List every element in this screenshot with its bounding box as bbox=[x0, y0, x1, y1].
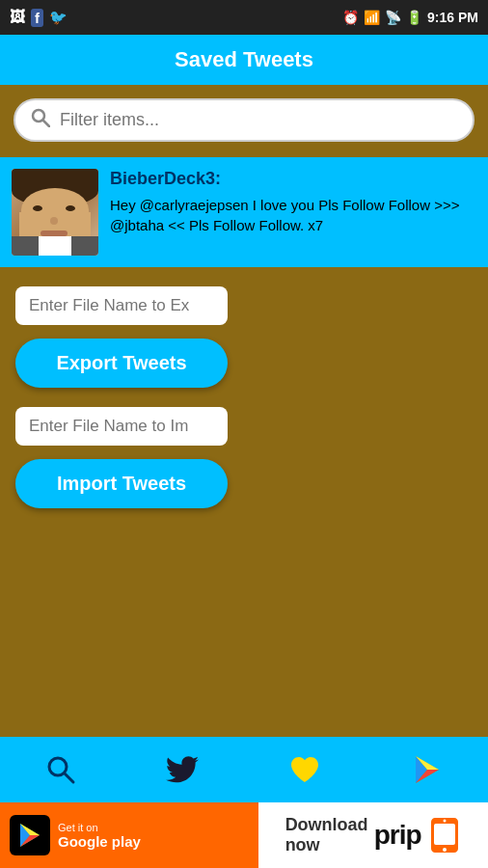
ad-now-label: now bbox=[285, 835, 320, 855]
svg-point-13 bbox=[443, 848, 447, 852]
export-filename-input[interactable] bbox=[15, 286, 228, 325]
svg-line-1 bbox=[43, 121, 49, 126]
battery-icon: 🔋 bbox=[406, 10, 422, 25]
search-section bbox=[0, 85, 488, 142]
main-content-area: BieberDeck3: Hey @carlyraejepsen I love … bbox=[0, 85, 488, 737]
tweet-card: BieberDeck3: Hey @carlyraejepsen I love … bbox=[0, 157, 488, 267]
tweet-text: Hey @carlyraejepsen I love you Pls Follo… bbox=[110, 195, 476, 235]
import-tweets-button[interactable]: Import Tweets bbox=[15, 459, 228, 508]
status-time: 9:16 PM bbox=[427, 10, 478, 25]
status-bar: 🖼 f 🐦 ⏰ 📶 📡 🔋 9:16 PM bbox=[0, 0, 488, 35]
notification-icon-3: 🐦 bbox=[49, 9, 68, 26]
svg-line-3 bbox=[65, 773, 73, 782]
ad-google-play-text: Get it on Google play bbox=[58, 822, 141, 850]
export-tweets-button[interactable]: Export Tweets bbox=[15, 339, 228, 388]
alarm-icon: ⏰ bbox=[342, 10, 359, 25]
signal-icon: 📡 bbox=[385, 10, 401, 25]
ad-get-it-label: Get it on bbox=[58, 822, 141, 833]
page-title: Saved Tweets bbox=[175, 47, 313, 72]
notification-icon-1: 🖼 bbox=[10, 9, 25, 26]
avatar-image bbox=[12, 169, 98, 256]
wifi-icon: 📶 bbox=[364, 10, 380, 25]
app-header: Saved Tweets bbox=[0, 35, 488, 85]
tweet-username: BieberDeck3: bbox=[110, 169, 476, 189]
ad-right-section: Download now prip bbox=[258, 802, 488, 868]
svg-point-14 bbox=[443, 820, 446, 823]
nav-heart[interactable] bbox=[276, 746, 334, 794]
notification-icon-2: f bbox=[31, 9, 43, 27]
status-bar-left-icons: 🖼 f 🐦 bbox=[10, 9, 68, 27]
nav-twitter[interactable] bbox=[154, 746, 212, 794]
ad-banner[interactable]: Get it on Google play Download now prip bbox=[0, 802, 488, 868]
avatar bbox=[12, 169, 98, 256]
phone-icon bbox=[427, 816, 462, 854]
status-right-icons: ⏰ 📶 📡 🔋 9:16 PM bbox=[342, 10, 478, 25]
import-filename-input[interactable] bbox=[15, 407, 228, 446]
nav-search[interactable] bbox=[32, 746, 90, 794]
search-input[interactable] bbox=[60, 110, 457, 130]
ad-google-play-label: Google play bbox=[58, 833, 141, 850]
nav-play-store[interactable] bbox=[398, 746, 456, 794]
ad-left-section: Get it on Google play bbox=[0, 802, 258, 868]
tweet-body: BieberDeck3: Hey @carlyraejepsen I love … bbox=[110, 169, 476, 235]
export-section: Export Tweets Import Tweets bbox=[0, 267, 488, 547]
google-play-logo bbox=[10, 815, 50, 855]
search-icon bbox=[31, 108, 50, 132]
ad-brand-name: prip bbox=[374, 820, 421, 851]
svg-rect-12 bbox=[434, 824, 455, 845]
ad-download-block: Download now bbox=[285, 815, 368, 855]
ad-download-label: Download bbox=[285, 815, 368, 835]
bottom-navigation bbox=[0, 737, 488, 802]
search-bar[interactable] bbox=[14, 98, 474, 142]
